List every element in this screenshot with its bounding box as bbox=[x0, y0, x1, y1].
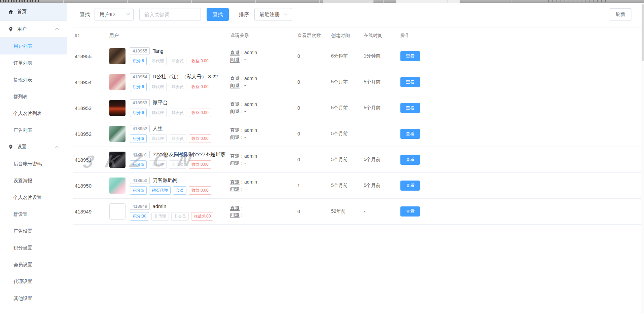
points-tag: 积分:6 bbox=[130, 109, 147, 117]
pin-icon bbox=[8, 144, 13, 150]
member-tag: 非会员 bbox=[169, 134, 186, 143]
user-avatar bbox=[109, 126, 126, 142]
direct-invite-label[interactable]: 直邀 bbox=[230, 179, 240, 185]
direct-invite-label[interactable]: 直邀 bbox=[230, 102, 240, 107]
member-tag: 非会员 bbox=[169, 57, 186, 65]
user-id-badge: 418950 bbox=[130, 177, 150, 184]
view-button[interactable]: 查看 bbox=[400, 155, 420, 165]
group-views-cell: 0 bbox=[295, 157, 329, 162]
sidebar-group-users[interactable]: 用户 bbox=[0, 21, 67, 38]
view-button[interactable]: 查看 bbox=[400, 77, 420, 87]
sidebar-item-group-setting[interactable]: 群设置 bbox=[0, 206, 67, 223]
sidebar: 首页 用户 用户列表 订单列表 提现列表 群列表 个人名片列表 广告列表 设置 … bbox=[0, 3, 67, 314]
points-tag: 积分:6 bbox=[130, 186, 147, 195]
user-name: D公社（江）（私人号） 3.22 bbox=[152, 74, 218, 80]
direct-invite-label[interactable]: 直邀 bbox=[230, 127, 240, 133]
sidebar-item-ad-setting[interactable]: 广告设置 bbox=[0, 223, 67, 239]
sidebar-item-other-setting[interactable]: 其他设置 bbox=[0, 290, 67, 307]
agent-tag: 非代理 bbox=[149, 83, 167, 91]
sidebar-item-user-list[interactable]: 用户列表 bbox=[0, 38, 67, 54]
sidebar-item-card-setting[interactable]: 个人名片设置 bbox=[0, 189, 67, 206]
direct-invite-label[interactable]: 直邀 bbox=[230, 205, 240, 210]
user-id-cell: 418951 bbox=[73, 157, 107, 163]
column-header-invite: 邀请关系 bbox=[228, 33, 295, 39]
sidebar-group-settings[interactable]: 设置 bbox=[0, 139, 67, 155]
user-id-badge: 418951 bbox=[130, 151, 150, 158]
indirect-invite-label[interactable]: 间邀 bbox=[230, 160, 240, 166]
user-avatar bbox=[109, 48, 126, 64]
browser-chrome-strip bbox=[0, 0, 644, 3]
indirect-invite-label[interactable]: 间邀 bbox=[230, 83, 240, 88]
view-button[interactable]: 查看 bbox=[400, 206, 420, 217]
sidebar-item-admin-password[interactable]: 后台帐号密码 bbox=[0, 155, 67, 172]
sidebar-item-group-list[interactable]: 群列表 bbox=[0, 88, 67, 105]
sidebar-item-home[interactable]: 首页 bbox=[0, 3, 67, 21]
points-tag: 积分:6 bbox=[130, 57, 147, 65]
invite-cell: 直邀：- 间邀：- bbox=[228, 204, 295, 219]
sidebar-item-ad-list[interactable]: 广告列表 bbox=[0, 122, 67, 139]
main-content: 查找 用户ID 查找 排序 最近注册 刷新 ID 用户 邀请关系 查看群次数 创… bbox=[67, 3, 644, 314]
agent-tag: 非代理 bbox=[151, 212, 169, 221]
sidebar-item-points-setting[interactable]: 积分设置 bbox=[0, 239, 67, 256]
invite-cell: 直邀：admin 间邀：- bbox=[228, 101, 295, 115]
sort-select[interactable]: 最近注册 bbox=[254, 8, 292, 21]
points-tag: 积分:6 bbox=[130, 160, 147, 169]
scrollbar[interactable] bbox=[641, 3, 644, 314]
direct-invite-label[interactable]: 直邀 bbox=[230, 50, 240, 55]
search-type-select[interactable]: 用户ID bbox=[95, 8, 134, 21]
sidebar-group-label: 设置 bbox=[17, 144, 27, 150]
direct-invite-value: admin bbox=[244, 76, 257, 81]
created-time-cell: 5个月前 bbox=[329, 79, 362, 85]
invite-cell: 直邀：admin 间邀：- bbox=[228, 75, 295, 89]
chevron-down-icon bbox=[284, 12, 288, 15]
indirect-invite-label[interactable]: 间邀 bbox=[230, 109, 240, 114]
sidebar-item-agent-setting[interactable]: 代理设置 bbox=[0, 273, 67, 290]
online-time-cell: 5个月前 bbox=[362, 79, 398, 85]
agent-tag: 钻石代理 bbox=[149, 186, 171, 195]
indirect-invite-label[interactable]: 间邀 bbox=[230, 134, 240, 140]
sidebar-item-order-list[interactable]: 订单列表 bbox=[0, 54, 67, 71]
search-button[interactable]: 查找 bbox=[207, 8, 229, 21]
view-button[interactable]: 查看 bbox=[400, 181, 420, 191]
user-name: 微平台 bbox=[152, 100, 168, 106]
indirect-invite-label[interactable]: 间邀 bbox=[230, 57, 240, 62]
direct-invite-label[interactable]: 直邀 bbox=[230, 153, 240, 159]
direct-invite-label[interactable]: 直邀 bbox=[230, 76, 240, 81]
view-button[interactable]: 查看 bbox=[400, 103, 420, 113]
sidebar-item-poster-setting[interactable]: 设置海报 bbox=[0, 172, 67, 189]
direct-invite-value: admin bbox=[244, 50, 257, 55]
sidebar-item-card-list[interactable]: 个人名片列表 bbox=[0, 105, 67, 122]
indirect-invite-value: - bbox=[244, 134, 246, 140]
group-views-cell: 1 bbox=[295, 183, 329, 188]
view-button[interactable]: 查看 bbox=[400, 129, 420, 139]
table-row: 418954 418954 D公社（江）（私人号） 3.22 积分:6 非代理 bbox=[73, 69, 641, 95]
indirect-invite-label[interactable]: 间邀 bbox=[230, 212, 240, 218]
refresh-button[interactable]: 刷新 bbox=[609, 8, 632, 21]
indirect-invite-value: - bbox=[244, 109, 246, 114]
column-header-id: ID bbox=[73, 33, 107, 38]
chevron-up-icon bbox=[55, 145, 59, 149]
user-id-badge: 418952 bbox=[130, 125, 150, 132]
user-name: ????朋友圈被限制????不是屏蔽 bbox=[152, 151, 225, 158]
points-tag: 积分:6 bbox=[130, 134, 147, 143]
home-icon bbox=[8, 9, 13, 14]
indirect-invite-label[interactable]: 间邀 bbox=[230, 186, 240, 192]
income-tag: 收益:0.00 bbox=[189, 83, 211, 91]
sort-label: 排序 bbox=[239, 11, 249, 18]
column-header-user: 用户 bbox=[107, 33, 228, 39]
view-button[interactable]: 查看 bbox=[400, 51, 420, 61]
user-name: 刀客源码网 bbox=[152, 177, 178, 184]
search-label: 查找 bbox=[80, 11, 90, 18]
keyword-input[interactable] bbox=[139, 8, 201, 21]
group-views-cell: 0 bbox=[295, 105, 329, 111]
user-avatar-empty bbox=[109, 203, 126, 220]
sidebar-item-member-setting[interactable]: 会员设置 bbox=[0, 256, 67, 273]
income-tag: 收益:0.00 bbox=[191, 212, 214, 221]
group-views-cell: 0 bbox=[295, 53, 329, 59]
table-row: 418953 418953 微平台 积分:6 非代理 非会 bbox=[73, 95, 641, 121]
sidebar-item-withdraw-list[interactable]: 提现列表 bbox=[0, 71, 67, 88]
indirect-invite-value: - bbox=[244, 160, 246, 166]
member-tag: 会员 bbox=[173, 186, 186, 195]
sidebar-item-label: 首页 bbox=[17, 9, 27, 15]
scrollbar-thumb[interactable] bbox=[642, 4, 644, 61]
